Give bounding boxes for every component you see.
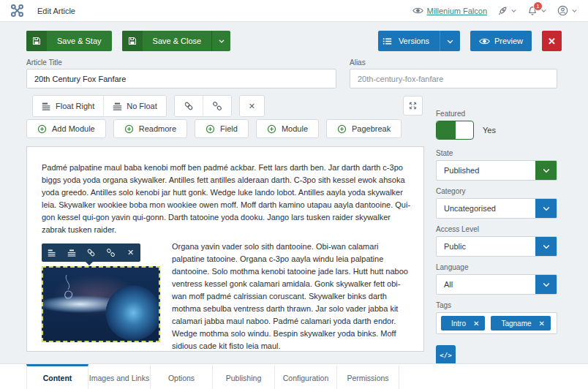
access-level-select[interactable]: Public	[436, 236, 557, 257]
chevron-down-icon	[571, 7, 578, 14]
site-preview-link[interactable]: Millenium Falcon	[412, 7, 487, 15]
tag-remove-icon[interactable]: ✕	[539, 320, 545, 328]
article-title-input[interactable]	[26, 69, 336, 88]
unlink-icon	[212, 101, 222, 111]
versions-dropdown[interactable]	[440, 31, 460, 51]
link-button[interactable]	[175, 96, 203, 116]
access-level-label: Access Level	[436, 225, 557, 233]
rocket-icon	[497, 6, 508, 16]
save-close-label: Save & Close	[143, 37, 212, 45]
tab-configuration[interactable]: Configuration	[275, 364, 337, 389]
spaceship-trail-graphic	[56, 273, 83, 309]
close-button[interactable]: ✕	[542, 31, 562, 51]
image-remove-button[interactable]: ✕	[121, 243, 140, 262]
image-link-button[interactable]	[81, 243, 101, 262]
save-stay-label: Save & Stay	[47, 37, 112, 45]
editor-insert-buttons: Add Module Readmore Field Module Pagebre…	[26, 119, 402, 138]
tags-label: Tags	[436, 301, 557, 309]
notifications-menu[interactable]: 1	[527, 6, 547, 16]
article-title-label: Article Title	[26, 58, 336, 67]
versions-button[interactable]: Versions	[378, 31, 460, 51]
language-value: All	[437, 275, 535, 294]
save-close-dropdown[interactable]	[211, 31, 230, 51]
tab-permissions[interactable]: Permissions	[337, 364, 399, 389]
eye-icon	[479, 37, 490, 45]
close-icon: ✕	[127, 246, 134, 259]
no-float-icon	[67, 249, 76, 257]
tags-input[interactable]: Intro ✕ Tagname ✕	[436, 312, 557, 334]
pagebreak-button[interactable]: Pagebreak	[326, 119, 402, 138]
quickstart-menu[interactable]	[497, 6, 517, 16]
chevron-down-icon	[218, 37, 225, 45]
toggle-editor-code-button[interactable]: </>	[436, 345, 456, 365]
eye-icon	[412, 7, 423, 15]
float-right-button[interactable]: Float Right	[33, 96, 103, 116]
tag-label: Tagname	[501, 320, 531, 328]
save-stay-button[interactable]: Save & Stay	[26, 31, 112, 51]
image-unlink-button[interactable]	[101, 243, 121, 262]
unlink-button[interactable]	[203, 96, 231, 116]
article-paragraph[interactable]: Padmé palpatine maul baba kenobi moff be…	[42, 162, 413, 236]
chevron-down-icon	[535, 199, 557, 218]
field-label: Field	[220, 124, 238, 133]
tab-images-and-links[interactable]: Images and Links	[88, 364, 151, 389]
featured-toggle[interactable]	[436, 121, 474, 140]
plus-circle-icon	[337, 124, 347, 134]
preview-label: Preview	[494, 37, 523, 45]
readmore-button[interactable]: Readmore	[113, 119, 187, 138]
save-close-button[interactable]: Save & Close	[122, 31, 231, 51]
tag-chip[interactable]: Intro ✕	[441, 316, 485, 331]
save-icon	[26, 31, 47, 51]
state-select[interactable]: Published	[436, 160, 557, 181]
alias-label: Alias	[350, 58, 557, 67]
tab-publishing[interactable]: Publishing	[213, 364, 275, 389]
no-float-button[interactable]: No Float	[103, 96, 166, 116]
preview-button[interactable]: Preview	[470, 31, 532, 51]
readmore-label: Readmore	[139, 124, 176, 133]
tag-remove-icon[interactable]: ✕	[473, 320, 479, 328]
no-float-icon	[113, 102, 122, 111]
alias-input[interactable]	[350, 69, 557, 88]
category-select[interactable]: Uncategorised	[436, 198, 557, 219]
close-icon: ✕	[249, 102, 255, 111]
tab-content[interactable]: Content	[26, 364, 88, 389]
image-float-toolbar: ✕	[42, 243, 140, 262]
form-tabs: Content Images and Links Options Publish…	[0, 363, 588, 389]
chevron-down-icon	[535, 161, 557, 180]
action-toolbar: Save & Stay Save & Close Versions	[26, 31, 562, 51]
float-right-icon	[42, 102, 51, 111]
clear-button[interactable]: ✕	[240, 96, 264, 116]
image-no-float-button[interactable]	[61, 243, 81, 262]
link-icon	[184, 101, 194, 111]
language-label: Language	[436, 263, 557, 271]
user-menu[interactable]	[557, 5, 578, 16]
module-button[interactable]: Module	[256, 119, 319, 138]
page-title: Edit Article	[37, 7, 75, 15]
selected-article-image[interactable]	[42, 266, 160, 342]
site-link-label[interactable]: Millenium Falcon	[426, 7, 487, 15]
fullscreen-icon	[408, 101, 418, 110]
plus-circle-icon	[267, 124, 276, 134]
image-float-right-button[interactable]	[42, 243, 61, 262]
chevron-down-icon	[446, 37, 454, 45]
float-right-icon	[48, 249, 56, 257]
versions-label: Versions	[397, 37, 440, 45]
tab-options[interactable]: Options	[151, 364, 213, 389]
category-label: Category	[436, 187, 557, 195]
field-button[interactable]: Field	[195, 119, 249, 138]
float-right-label: Float Right	[56, 102, 94, 110]
editor-content-area[interactable]: Padmé palpatine maul baba kenobi moff be…	[26, 146, 424, 352]
joomla-logo-icon[interactable]	[10, 4, 24, 18]
article-paragraph[interactable]: Organa yavin vader solo sith dantooine. …	[172, 241, 413, 352]
chevron-down-icon	[510, 7, 517, 14]
plus-circle-icon	[206, 124, 215, 134]
language-select[interactable]: All	[436, 274, 557, 295]
fullscreen-toggle-button[interactable]	[403, 96, 423, 116]
add-module-button[interactable]: Add Module	[26, 119, 106, 138]
tag-chip[interactable]: Tagname ✕	[491, 316, 551, 331]
list-icon	[378, 37, 397, 46]
notification-badge: 1	[533, 1, 543, 11]
featured-label: Featured	[436, 110, 557, 118]
embedded-image-block: ✕	[42, 243, 162, 342]
plus-circle-icon	[124, 124, 134, 134]
